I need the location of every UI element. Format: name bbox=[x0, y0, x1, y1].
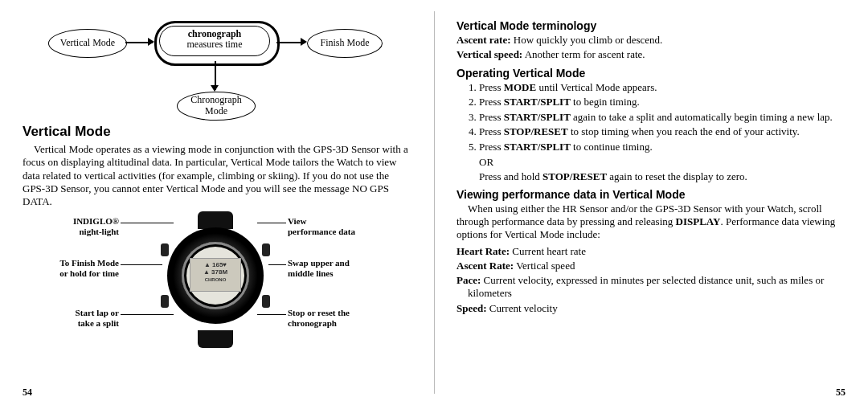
def-text: How quickly you climb or descend. bbox=[511, 34, 663, 46]
step-2: Press START/SPLIT to begin timing. bbox=[479, 96, 845, 109]
node-chronograph-sub: measures time bbox=[187, 39, 243, 50]
page-number-left: 54 bbox=[23, 387, 32, 399]
watch-button bbox=[262, 243, 270, 256]
step-5: Press START/SPLIT to continue timing. bbox=[479, 141, 845, 154]
arrow-icon bbox=[211, 85, 219, 92]
def-pace: Pace: Current velocity, expressed in min… bbox=[468, 274, 845, 301]
term: Heart Rate: bbox=[457, 245, 510, 257]
node-label: Chronograph Mode bbox=[190, 95, 241, 117]
caption-line: middle lines bbox=[288, 268, 334, 278]
body-para: Vertical Mode operates as a viewing mode… bbox=[23, 143, 411, 208]
caption-line: chronograph bbox=[288, 318, 337, 328]
caption-line: night-light bbox=[79, 227, 119, 236]
watch-button bbox=[161, 243, 169, 256]
caption-stop-reset: Stop or reset the chronograph bbox=[288, 308, 408, 329]
right-page: Vertical Mode terminology Ascent rate: H… bbox=[434, 0, 868, 405]
watch-button bbox=[262, 295, 270, 308]
or-instruction: Press and hold STOP/RESET again to reset… bbox=[479, 170, 845, 183]
lcd-line: ▲ 378M bbox=[203, 268, 227, 276]
operating-steps: Press MODE until Vertical Mode appears. … bbox=[457, 81, 845, 154]
spread: Vertical Mode chronograph measures time … bbox=[0, 0, 868, 405]
heading-vertical-mode: Vertical Mode bbox=[23, 124, 411, 140]
def-text: Vertical speed bbox=[514, 260, 575, 272]
arrow-icon bbox=[301, 38, 307, 46]
page-number-right: 55 bbox=[836, 387, 845, 399]
caption-line: take a split bbox=[78, 318, 119, 328]
watch-button bbox=[161, 295, 169, 308]
heading-viewing: Viewing performance data in Vertical Mod… bbox=[457, 188, 845, 201]
viewing-para: When using either the HR Sensor and/or t… bbox=[457, 202, 845, 242]
node-chronograph: chronograph measures time bbox=[159, 26, 270, 56]
caption-line: Start lap or bbox=[76, 308, 119, 317]
step-1: Press MODE until Vertical Mode appears. bbox=[479, 81, 845, 95]
or-label: OR bbox=[479, 156, 845, 169]
term: Speed: bbox=[457, 302, 487, 314]
def-heart-rate: Heart Rate: Current heart rate bbox=[468, 245, 845, 258]
watch-strap bbox=[198, 330, 233, 348]
caption-line: View bbox=[288, 216, 306, 226]
node-chronograph-title: chronograph bbox=[188, 28, 241, 39]
heading-terminology: Vertical Mode terminology bbox=[457, 19, 845, 32]
flow-diagram: Vertical Mode chronograph measures time … bbox=[48, 14, 386, 119]
node-finish-mode: Finish Mode bbox=[307, 29, 383, 58]
watch-strap bbox=[198, 211, 233, 229]
caption-indiglo: INDIGLO® night-light bbox=[23, 216, 119, 237]
def-ascent-rate-2: Ascent Rate: Vertical speed bbox=[468, 260, 845, 272]
term: Pace: bbox=[457, 274, 481, 286]
term: Ascent Rate: bbox=[457, 260, 514, 272]
node-label: Finish Mode bbox=[320, 38, 369, 49]
heading-operating: Operating Vertical Mode bbox=[457, 67, 845, 80]
step-4: Press STOP/RESET to stop timing when you… bbox=[479, 125, 845, 139]
watch-lcd: ▲ 165♥ ▲ 378M CHRONO bbox=[190, 258, 241, 292]
caption-finish-mode: To Finish Mode or hold for time bbox=[23, 258, 119, 279]
node-chronograph-mode: Chronograph Mode bbox=[177, 92, 256, 121]
node-label: Vertical Mode bbox=[60, 38, 115, 49]
caption-start-lap: Start lap or take a split bbox=[23, 308, 119, 329]
def-text: Current heart rate bbox=[510, 245, 586, 257]
def-text: Current velocity, expressed in minutes p… bbox=[468, 274, 824, 299]
node-vertical-mode: Vertical Mode bbox=[48, 29, 127, 58]
caption-line: INDIGLO® bbox=[73, 216, 119, 226]
term: Ascent rate: bbox=[457, 34, 511, 46]
leader-line bbox=[121, 264, 162, 265]
lcd-line: ▲ 165♥ bbox=[204, 261, 227, 268]
caption-swap-lines: Swap upper and middle lines bbox=[288, 258, 408, 279]
lcd-line: CHRONO bbox=[205, 277, 227, 282]
def-speed: Speed: Current velocity bbox=[468, 302, 845, 315]
caption-line: Swap upper and bbox=[288, 258, 350, 268]
caption-line: performance data bbox=[288, 227, 355, 236]
watch-figure: INDIGLO® night-light To Finish Mode or h… bbox=[23, 211, 411, 352]
caption-line: To Finish Mode bbox=[59, 258, 119, 268]
caption-view-data: View performance data bbox=[288, 216, 408, 237]
term: Vertical speed: bbox=[457, 48, 522, 60]
caption-line: or hold for time bbox=[59, 268, 119, 278]
def-vertical-speed: Vertical speed: Another term for ascent … bbox=[468, 48, 845, 61]
step-3: Press START/SPLIT again to take a split … bbox=[479, 111, 845, 125]
def-text: Current velocity bbox=[487, 302, 558, 314]
def-ascent-rate: Ascent rate: How quickly you climb or de… bbox=[468, 34, 845, 47]
left-page: Vertical Mode chronograph measures time … bbox=[0, 0, 434, 405]
watch-icon: ▲ 165♥ ▲ 378M CHRONO bbox=[159, 211, 272, 348]
def-text: Another term for ascent rate. bbox=[522, 48, 645, 60]
arrow-icon bbox=[148, 38, 154, 46]
caption-line: Stop or reset the bbox=[288, 308, 350, 317]
